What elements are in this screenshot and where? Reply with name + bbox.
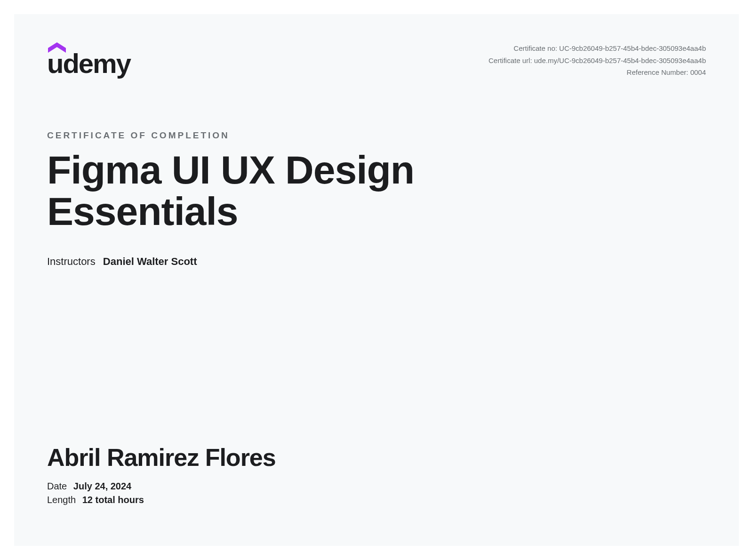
recipient-name: Abril Ramirez Flores: [47, 443, 276, 472]
instructors-row: Instructors Daniel Walter Scott: [47, 256, 706, 268]
certificate-footer: Abril Ramirez Flores Date July 24, 2024 …: [47, 443, 276, 508]
certificate-meta: Certificate no: UC-9cb26049-b257-45b4-bd…: [489, 42, 706, 79]
udemy-logo: udemy: [47, 42, 130, 77]
certificate-url-value: ude.my/UC-9cb26049-b257-45b4-bdec-305093…: [534, 56, 706, 64]
course-length-row: Length 12 total hours: [47, 495, 276, 505]
reference-number-row: Reference Number: 0004: [489, 66, 706, 79]
certificate-header: udemy Certificate no: UC-9cb26049-b257-4…: [47, 42, 706, 79]
length-value: 12 total hours: [82, 495, 144, 505]
udemy-wordmark: udemy: [47, 50, 130, 77]
date-value: July 24, 2024: [73, 481, 131, 491]
completion-date-row: Date July 24, 2024: [47, 481, 276, 492]
certificate-url-row: Certificate url: ude.my/UC-9cb26049-b257…: [489, 55, 706, 67]
date-label: Date: [47, 481, 67, 491]
certificate-number-label: Certificate no:: [513, 44, 557, 52]
certificate-url-label: Certificate url:: [489, 56, 532, 64]
certificate-number-value: UC-9cb26049-b257-45b4-bdec-305093e4aa4b: [559, 44, 706, 52]
reference-number-value: 0004: [690, 68, 706, 76]
document-type-label: CERTIFICATE OF COMPLETION: [47, 130, 706, 141]
instructors-label: Instructors: [47, 256, 96, 267]
length-label: Length: [47, 495, 76, 505]
course-title: Figma UI UX Design Essentials: [47, 149, 518, 232]
certificate-container: udemy Certificate no: UC-9cb26049-b257-4…: [14, 14, 739, 546]
reference-number-label: Reference Number:: [627, 68, 689, 76]
certificate-number-row: Certificate no: UC-9cb26049-b257-45b4-bd…: [489, 42, 706, 55]
instructors-value: Daniel Walter Scott: [103, 256, 197, 267]
